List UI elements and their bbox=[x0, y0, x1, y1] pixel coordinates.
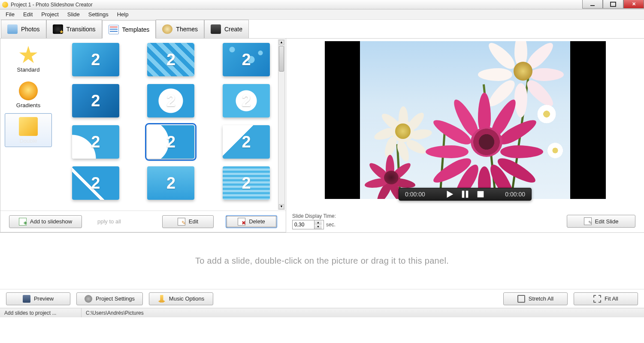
timeline-hint: To add a slide, double-click on the pict… bbox=[0, 233, 644, 289]
pause-button[interactable] bbox=[460, 190, 470, 199]
template-thumb[interactable]: 2 bbox=[72, 166, 119, 200]
tab-label: Create bbox=[224, 26, 242, 33]
transitions-icon bbox=[53, 24, 63, 34]
status-path: C:\Users\Andrés\Pictures bbox=[82, 308, 644, 317]
project-settings-button[interactable]: Project Settings bbox=[76, 292, 143, 305]
edit-slide-icon bbox=[584, 217, 592, 225]
add-to-slideshow-button[interactable]: Add to slideshow bbox=[9, 215, 82, 228]
stretch-icon bbox=[517, 295, 525, 303]
status-bar: Add slides to project ... C:\Users\André… bbox=[0, 308, 644, 317]
tab-create[interactable]: Create bbox=[204, 20, 249, 38]
button-label: Stretch All bbox=[529, 295, 554, 302]
category-standard[interactable]: Standard bbox=[5, 42, 52, 76]
preview-icon bbox=[23, 295, 30, 303]
preview-button[interactable]: Preview bbox=[6, 292, 70, 305]
category-label: Standard bbox=[6, 66, 51, 73]
tab-templates[interactable]: Templates bbox=[102, 20, 156, 39]
button-label: Fit All bbox=[605, 295, 618, 302]
menu-help[interactable]: Help bbox=[113, 10, 133, 19]
time-total: 0:00:00 bbox=[505, 191, 525, 198]
tab-label: Transitions bbox=[67, 26, 96, 33]
menu-bar: File Edit Project Slide Settings Help bbox=[0, 9, 644, 20]
add-icon bbox=[19, 218, 27, 226]
edit-template-button[interactable]: Edit bbox=[162, 215, 214, 228]
scroll-up-icon[interactable]: ▲ bbox=[279, 40, 284, 45]
category-double[interactable]: Double bbox=[5, 113, 52, 147]
slide-display-time-label: Slide Display Time: bbox=[292, 213, 336, 219]
template-thumb[interactable]: 2 bbox=[223, 84, 270, 117]
preview-viewport bbox=[286, 39, 644, 201]
close-button[interactable] bbox=[623, 0, 644, 9]
scroll-thumb[interactable] bbox=[279, 46, 284, 72]
templates-scrollbar[interactable]: ▲ ▼ bbox=[278, 39, 285, 210]
spin-up-icon[interactable]: ▲ bbox=[314, 220, 322, 225]
title-bar: Project 1 - Photo Slideshow Creator bbox=[0, 0, 644, 9]
svg-rect-2 bbox=[478, 191, 484, 198]
tab-photos[interactable]: Photos bbox=[1, 20, 46, 38]
themes-icon bbox=[162, 24, 172, 34]
template-glyph: 2 bbox=[166, 51, 175, 69]
fit-all-button[interactable]: Fit All bbox=[574, 292, 638, 305]
play-button[interactable] bbox=[445, 190, 454, 199]
minimize-button[interactable] bbox=[582, 0, 603, 9]
gear-icon bbox=[85, 295, 92, 303]
slide-display-time-input[interactable]: ▲▼ bbox=[292, 220, 324, 229]
music-icon bbox=[158, 295, 166, 303]
template-thumb[interactable]: 2 bbox=[72, 125, 119, 159]
tab-label: Photos bbox=[21, 26, 40, 33]
edit-slide-button[interactable]: Edit Slide bbox=[567, 215, 635, 228]
window-title: Project 1 - Photo Slideshow Creator bbox=[11, 2, 93, 8]
category-gradients[interactable]: Gradients bbox=[5, 78, 52, 111]
main-area: Standard Gradients Double 222222222222 ▲… bbox=[0, 39, 644, 232]
button-label: Add to slideshow bbox=[30, 218, 72, 225]
template-actions: Add to slideshow pply to all Edit Delete bbox=[0, 211, 286, 232]
template-glyph: 2 bbox=[91, 174, 100, 193]
time-elapsed: 0:00:00 bbox=[405, 191, 425, 198]
fit-icon bbox=[593, 295, 601, 303]
main-tabs: Photos Transitions Templates Themes Crea… bbox=[0, 20, 644, 39]
template-thumb[interactable]: 2 bbox=[147, 125, 194, 159]
delete-template-button[interactable]: Delete bbox=[226, 215, 277, 228]
template-glyph: 2 bbox=[91, 51, 100, 69]
stop-button[interactable] bbox=[476, 190, 485, 199]
edit-icon bbox=[178, 218, 185, 226]
template-thumb[interactable]: 2 bbox=[223, 43, 270, 76]
template-categories: Standard Gradients Double bbox=[0, 39, 56, 211]
tab-themes[interactable]: Themes bbox=[156, 20, 204, 38]
scroll-down-icon[interactable]: ▼ bbox=[279, 204, 284, 209]
menu-settings[interactable]: Settings bbox=[84, 10, 113, 19]
template-glyph: 2 bbox=[242, 174, 251, 193]
template-thumb[interactable]: 2 bbox=[147, 166, 194, 200]
template-glyph: 2 bbox=[242, 92, 251, 110]
template-glyph: 2 bbox=[242, 51, 251, 69]
photos-icon bbox=[7, 24, 18, 34]
slide-options: Slide Display Time: ▲▼ sec. Edit Slide bbox=[286, 214, 644, 232]
template-glyph: 2 bbox=[242, 133, 251, 151]
template-thumb[interactable]: 2 bbox=[72, 84, 119, 117]
template-thumb[interactable]: 2 bbox=[223, 125, 270, 159]
templates-icon bbox=[109, 25, 119, 34]
template-thumb[interactable]: 2 bbox=[223, 166, 270, 200]
spinner-buttons[interactable]: ▲▼ bbox=[314, 220, 322, 229]
svg-rect-0 bbox=[462, 191, 465, 198]
menu-slide[interactable]: Slide bbox=[63, 10, 84, 19]
slide-time-field[interactable] bbox=[293, 222, 314, 228]
timeline-panel: To add a slide, double-click on the pict… bbox=[0, 232, 644, 308]
template-thumb[interactable]: 2 bbox=[147, 43, 194, 76]
status-hint: Add slides to project ... bbox=[0, 308, 82, 317]
maximize-button[interactable] bbox=[603, 0, 623, 9]
music-options-button[interactable]: Music Options bbox=[149, 292, 213, 305]
slide-time-unit: sec. bbox=[326, 222, 336, 228]
template-thumb[interactable]: 2 bbox=[147, 84, 194, 117]
category-label: Gradients bbox=[6, 102, 51, 108]
svg-rect-1 bbox=[466, 191, 469, 198]
templates-pane: Standard Gradients Double 222222222222 ▲… bbox=[0, 39, 286, 232]
menu-file[interactable]: File bbox=[1, 10, 19, 19]
tab-transitions[interactable]: Transitions bbox=[46, 20, 102, 38]
template-thumb[interactable]: 2 bbox=[72, 43, 119, 76]
menu-project[interactable]: Project bbox=[37, 10, 63, 19]
menu-edit[interactable]: Edit bbox=[19, 10, 37, 19]
spin-down-icon[interactable]: ▼ bbox=[314, 225, 322, 229]
template-glyph: 2 bbox=[91, 92, 100, 110]
stretch-all-button[interactable]: Stretch All bbox=[503, 292, 568, 305]
